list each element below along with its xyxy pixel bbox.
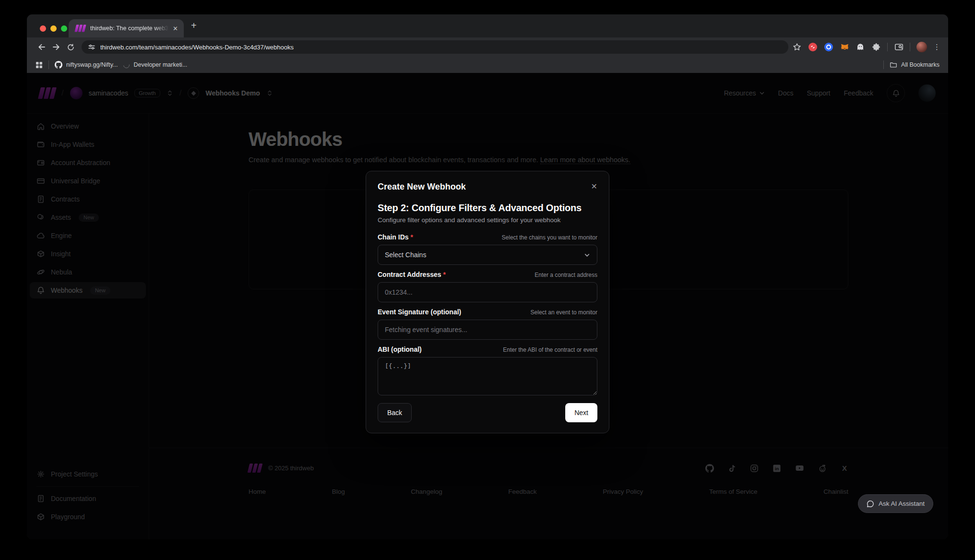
step-title: Step 2: Configure Filters & Advanced Opt… bbox=[378, 203, 597, 214]
extension-icon-blue-wallet[interactable] bbox=[824, 42, 833, 52]
close-window-button[interactable] bbox=[40, 25, 46, 32]
bookmarks-separator bbox=[48, 60, 49, 69]
screen: thirdweb: The complete web3 ✕ + thirdweb… bbox=[0, 0, 975, 560]
minimize-window-button[interactable] bbox=[50, 25, 57, 32]
bookmark-item-niftyswap[interactable]: niftyswap.gg/Nifty... bbox=[55, 61, 118, 69]
tab-favicon-thirdweb bbox=[74, 25, 86, 32]
dialog-close-button[interactable]: ✕ bbox=[591, 182, 597, 191]
browser-tab[interactable]: thirdweb: The complete web3 ✕ bbox=[69, 19, 184, 37]
bookmarks-bar: niftyswap.gg/Nifty... Developer marketi.… bbox=[27, 57, 948, 73]
all-bookmarks-label: All Bookmarks bbox=[901, 61, 939, 68]
browser-toolbar: thirdweb.com/team/saminacodes/Webhooks-D… bbox=[27, 37, 948, 57]
chrome-profile-avatar[interactable] bbox=[916, 42, 927, 52]
tab-strip: thirdweb: The complete web3 ✕ + bbox=[27, 14, 948, 37]
forward-button[interactable] bbox=[49, 40, 63, 54]
bookmark-favicon bbox=[122, 60, 131, 69]
back-button[interactable]: Back bbox=[378, 403, 412, 422]
bookmark-item-developer[interactable]: Developer marketi... bbox=[123, 61, 187, 68]
extension-icon-red-wallet[interactable] bbox=[808, 42, 818, 52]
thirdweb-dashboard-page: / saminacodes Growth / Webhooks Demo Res… bbox=[27, 73, 948, 539]
ask-ai-button[interactable]: Ask AI Assistant bbox=[858, 494, 933, 513]
new-tab-button[interactable]: + bbox=[191, 20, 197, 31]
github-favicon bbox=[55, 61, 62, 69]
url-text[interactable]: thirdweb.com/team/saminacodes/Webhooks-D… bbox=[100, 44, 294, 51]
bookmark-label: niftyswap.gg/Nifty... bbox=[66, 61, 118, 68]
toolbar-actions: ⋮ bbox=[792, 42, 940, 52]
site-controls-icon[interactable] bbox=[88, 43, 95, 51]
contract-addresses-helper: Enter a contract address bbox=[535, 272, 597, 278]
window-controls bbox=[40, 25, 67, 32]
tab-close-icon[interactable]: ✕ bbox=[173, 25, 178, 32]
abi-helper: Enter the ABI of the contract or event bbox=[503, 346, 597, 353]
required-marker: * bbox=[443, 271, 446, 278]
event-signature-label: Event Signature (optional) bbox=[378, 308, 461, 316]
folder-icon bbox=[890, 61, 897, 69]
url-bar[interactable]: thirdweb.com/team/saminacodes/Webhooks-D… bbox=[82, 40, 788, 54]
abi-label: ABI (optional) bbox=[378, 346, 422, 353]
reload-button[interactable] bbox=[63, 40, 78, 54]
ask-ai-label: Ask AI Assistant bbox=[879, 500, 925, 507]
chevron-down-icon bbox=[584, 252, 590, 258]
toolbar-separator bbox=[910, 43, 910, 51]
step-subtitle: Configure filter options and advanced se… bbox=[378, 216, 597, 224]
all-bookmarks-button[interactable]: All Bookmarks bbox=[890, 61, 939, 69]
toolbar-separator bbox=[887, 43, 888, 51]
zoom-window-button[interactable] bbox=[61, 25, 67, 32]
screen-search-icon[interactable] bbox=[894, 42, 904, 52]
create-webhook-dialog: Create New Webhook ✕ Step 2: Configure F… bbox=[366, 171, 609, 433]
apps-grid-icon[interactable] bbox=[36, 61, 43, 69]
select-chains-value: Select Chains bbox=[385, 251, 426, 259]
phantom-ghost-icon[interactable] bbox=[856, 42, 865, 52]
event-signature-helper: Select an event to monitor bbox=[531, 309, 597, 316]
metamask-icon[interactable] bbox=[840, 42, 849, 52]
bookmarks-separator bbox=[883, 60, 884, 69]
next-button[interactable]: Next bbox=[565, 403, 597, 422]
bookmark-star-icon[interactable] bbox=[792, 42, 802, 52]
event-signature-input[interactable] bbox=[378, 320, 597, 340]
field-label-text: Contract Addresses bbox=[378, 271, 441, 278]
field-label-text: Chain IDs bbox=[378, 233, 409, 241]
bookmark-label: Developer marketi... bbox=[133, 61, 187, 68]
browser-menu-icon[interactable]: ⋮ bbox=[933, 43, 940, 51]
contract-addresses-input[interactable] bbox=[378, 282, 597, 302]
back-button[interactable] bbox=[35, 40, 49, 54]
contract-addresses-label: Contract Addresses* bbox=[378, 271, 446, 278]
required-marker: * bbox=[411, 233, 413, 241]
chain-ids-label: Chain IDs* bbox=[378, 233, 413, 241]
chain-ids-helper: Select the chains you want to monitor bbox=[502, 234, 597, 241]
tab-title: thirdweb: The complete web3 bbox=[90, 25, 169, 32]
extensions-puzzle-icon[interactable] bbox=[871, 42, 881, 52]
browser-window: thirdweb: The complete web3 ✕ + thirdweb… bbox=[27, 14, 948, 539]
chat-bubble-icon bbox=[867, 500, 874, 508]
dialog-title: Create New Webhook bbox=[378, 182, 597, 192]
abi-textarea[interactable] bbox=[378, 357, 597, 395]
select-chains-dropdown[interactable]: Select Chains bbox=[378, 245, 597, 265]
